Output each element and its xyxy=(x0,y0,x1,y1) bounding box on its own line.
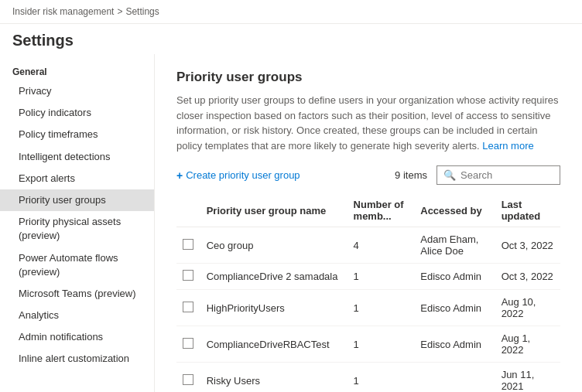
col-header-members: Number of memb... xyxy=(347,194,415,227)
sidebar-item-analytics[interactable]: Analytics xyxy=(0,305,154,326)
sidebar-item-privacy[interactable]: Privacy xyxy=(0,80,154,102)
section-title: Priority user groups xyxy=(176,70,560,85)
sidebar-section-general: General xyxy=(0,62,154,80)
table-row: ComplianceDrive 2 samadala1Edisco AdminO… xyxy=(176,264,560,290)
section-description: Set up priority user groups to define us… xyxy=(176,93,560,153)
row-group-name: Risky Users xyxy=(200,363,347,393)
row-last-updated: Oct 3, 2022 xyxy=(495,227,560,264)
create-priority-user-group-button[interactable]: + Create priority user group xyxy=(176,166,300,185)
page-header: Settings xyxy=(0,24,582,54)
search-input[interactable] xyxy=(460,169,553,181)
sidebar-item-priority-physical-assets[interactable]: Priority physical assets (preview) xyxy=(0,211,154,247)
row-accessed-by xyxy=(414,363,495,393)
table-header: Priority user group name Number of memb.… xyxy=(176,194,560,227)
row-members-count: 1 xyxy=(347,326,415,363)
plus-icon: + xyxy=(176,169,183,182)
sidebar-item-policy-indicators[interactable]: Policy indicators xyxy=(0,102,154,124)
row-members-count: 4 xyxy=(347,227,415,264)
sidebar-item-export-alerts[interactable]: Export alerts xyxy=(0,168,154,189)
row-checkbox[interactable] xyxy=(183,374,193,385)
sidebar-item-inline-alert-customization[interactable]: Inline alert customization xyxy=(0,348,154,370)
col-header-updated: Last updated xyxy=(495,194,560,227)
breadcrumb-separator: > xyxy=(117,6,122,17)
table-row: Risky Users1Jun 11, 2021 xyxy=(176,363,560,393)
create-button-label: Create priority user group xyxy=(186,169,300,181)
sidebar-item-policy-timeframes[interactable]: Policy timeframes xyxy=(0,124,154,145)
breadcrumb: Insider risk management > Settings xyxy=(0,0,582,24)
row-group-name: Ceo group xyxy=(200,227,347,264)
table-body: Ceo group4Adam Eham, Alice DoeOct 3, 202… xyxy=(176,227,560,393)
row-last-updated: Jun 11, 2021 xyxy=(495,363,560,393)
row-accessed-by: Edisco Admin xyxy=(414,326,495,363)
col-header-accessed: Accessed by xyxy=(414,194,495,227)
items-count: 9 items xyxy=(395,169,427,181)
row-checkbox[interactable] xyxy=(183,302,193,312)
row-checkbox[interactable] xyxy=(183,239,193,250)
search-icon: 🔍 xyxy=(443,169,456,181)
sidebar-item-power-automate-flows[interactable]: Power Automate flows (preview) xyxy=(0,247,154,283)
table-row: Ceo group4Adam Eham, Alice DoeOct 3, 202… xyxy=(176,227,560,264)
sidebar-item-intelligent-detections[interactable]: Intelligent detections xyxy=(0,146,154,168)
search-box[interactable]: 🔍 xyxy=(436,165,560,185)
row-last-updated: Aug 10, 2022 xyxy=(495,290,560,326)
sidebar-item-priority-user-groups[interactable]: Priority user groups xyxy=(0,189,154,211)
row-members-count: 1 xyxy=(347,363,415,393)
main-content: Priority user groups Set up priority use… xyxy=(155,54,582,392)
col-header-checkbox xyxy=(176,194,200,227)
row-members-count: 1 xyxy=(347,290,415,326)
table-row: ComplianceDriveRBACTest1Edisco AdminAug … xyxy=(176,326,560,363)
breadcrumb-current: Settings xyxy=(125,6,159,17)
toolbar-right: 9 items 🔍 xyxy=(395,165,560,185)
col-header-name: Priority user group name xyxy=(200,194,347,227)
priority-user-groups-table: Priority user group name Number of memb.… xyxy=(176,194,560,392)
sidebar: General PrivacyPolicy indicatorsPolicy t… xyxy=(0,54,155,392)
sidebar-item-admin-notifications[interactable]: Admin notifications xyxy=(0,326,154,348)
row-members-count: 1 xyxy=(347,264,415,290)
page-title: Settings xyxy=(12,32,570,49)
row-accessed-by: Edisco Admin xyxy=(414,264,495,290)
row-accessed-by: Edisco Admin xyxy=(414,290,495,326)
row-checkbox[interactable] xyxy=(183,338,193,349)
row-checkbox[interactable] xyxy=(183,270,193,281)
sidebar-item-microsoft-teams[interactable]: Microsoft Teams (preview) xyxy=(0,283,154,305)
row-last-updated: Oct 3, 2022 xyxy=(495,264,560,290)
row-accessed-by: Adam Eham, Alice Doe xyxy=(414,227,495,264)
row-group-name: ComplianceDriveRBACTest xyxy=(200,326,347,363)
table-row: HighPriorityUsers1Edisco AdminAug 10, 20… xyxy=(176,290,560,326)
content-area: General PrivacyPolicy indicatorsPolicy t… xyxy=(0,54,582,392)
learn-more-link[interactable]: Learn more xyxy=(482,140,533,152)
row-last-updated: Aug 1, 2022 xyxy=(495,326,560,363)
breadcrumb-parent[interactable]: Insider risk management xyxy=(12,6,114,17)
row-group-name: HighPriorityUsers xyxy=(200,290,347,326)
row-group-name: ComplianceDrive 2 samadala xyxy=(200,264,347,290)
toolbar: + Create priority user group 9 items 🔍 xyxy=(176,165,560,185)
